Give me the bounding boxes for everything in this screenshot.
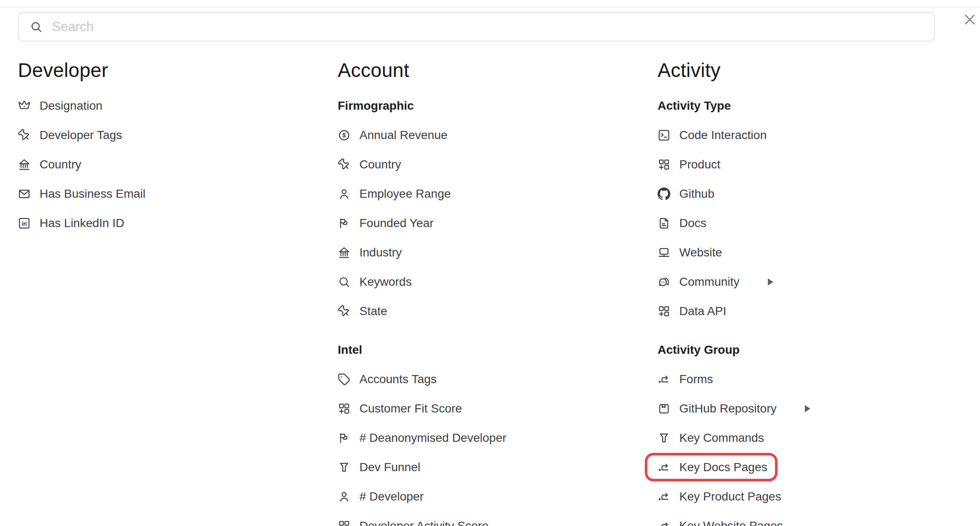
user-icon	[338, 490, 350, 503]
menu-item-label: Community	[679, 275, 740, 289]
menu-item-label: Has Business Email	[40, 187, 145, 201]
menu-item-founded-year[interactable]: Founded Year	[338, 208, 433, 238]
linkedin-icon: in	[18, 217, 31, 230]
menu-item-label: Accounts Tags	[359, 372, 437, 386]
search-icon	[338, 276, 350, 288]
column-activity: ActivityActivity TypeCode InteractionPro…	[658, 59, 962, 526]
landmark-icon	[338, 246, 350, 259]
menu-item-label: Key Product Pages	[679, 490, 781, 503]
section-heading-intel: Intel	[338, 335, 642, 364]
menu-item-data-api[interactable]: Data API	[658, 296, 726, 326]
menu-item-label: Annual Revenue	[359, 128, 447, 142]
file-text-icon	[658, 217, 670, 230]
section-intel: IntelAccounts TagsCustomer Fit Score# De…	[338, 335, 642, 526]
menu-item-label: # Developer	[359, 490, 424, 503]
menu-item-label: Dev Funnel	[359, 461, 420, 474]
flag-icon	[338, 432, 350, 444]
menu-item-label: Employee Range	[359, 187, 451, 201]
menu-item-country[interactable]: Country	[18, 150, 81, 179]
menu-item-developer[interactable]: # Developer	[338, 482, 424, 511]
funnel-icon	[338, 461, 350, 474]
menu-item-designation[interactable]: Designation	[18, 91, 103, 120]
menu-item-label: Developer Tags	[40, 128, 122, 142]
menu-item-label: Forms	[679, 372, 713, 386]
section-developer-main: DesignationDeveloper TagsCountryHas Busi…	[18, 91, 322, 238]
grid-plus-icon	[338, 520, 350, 526]
svg-text:in: in	[22, 220, 27, 227]
menu-item-github[interactable]: Github	[658, 179, 715, 208]
menu-item-label: Data API	[679, 304, 726, 318]
menu-item-label: Docs	[679, 216, 707, 230]
column-title-activity: Activity	[658, 59, 962, 91]
grid-plus-icon	[658, 158, 670, 171]
terminal-icon	[658, 129, 670, 142]
menu-item-keywords[interactable]: Keywords	[338, 267, 412, 296]
github-icon	[658, 188, 670, 200]
menu-item-has-business-email[interactable]: Has Business Email	[18, 179, 145, 208]
menu-item-key-docs-pages[interactable]: Key Docs Pages	[658, 452, 767, 482]
grid-plus-icon	[658, 305, 670, 318]
menu-item-label: Customer Fit Score	[359, 402, 462, 415]
submenu-arrow-icon	[804, 404, 811, 413]
section-firmographic: Firmographic$Annual RevenueCountryEmploy…	[338, 91, 642, 326]
menu-item-developer-activity-score[interactable]: Developer Activity Score	[338, 511, 488, 526]
pin-icon	[18, 129, 31, 142]
menu-item-label: Code Interaction	[679, 128, 766, 142]
menu-item-label: Keywords	[359, 275, 412, 289]
menu-item-label: # Deanonymised Developer	[359, 431, 507, 445]
menu-item-forms[interactable]: Forms	[658, 364, 713, 394]
pin-icon	[338, 158, 350, 171]
laptop-icon	[658, 246, 670, 259]
menu-item-accounts-tags[interactable]: Accounts Tags	[338, 364, 437, 394]
tag-icon	[338, 373, 350, 386]
menu-item-annual-revenue[interactable]: $Annual Revenue	[338, 120, 447, 150]
section-activity-type: Activity TypeCode InteractionProductGith…	[658, 91, 962, 326]
field-picker-columns: DeveloperDesignationDeveloper TagsCountr…	[0, 0, 980, 526]
section-activity-group: Activity GroupFormsGitHub RepositoryKey …	[658, 335, 962, 526]
menu-item-label: Industry	[359, 246, 402, 259]
flag-icon	[338, 217, 350, 230]
user-icon	[338, 188, 350, 200]
menu-item-key-website-pages[interactable]: Key Website Pages	[658, 511, 783, 526]
repo-box-icon	[658, 402, 670, 415]
menu-item-dev-funnel[interactable]: Dev Funnel	[338, 452, 420, 482]
section-heading-activity-group: Activity Group	[658, 335, 962, 364]
column-developer: DeveloperDesignationDeveloper TagsCountr…	[18, 59, 322, 238]
menu-item-code-interaction[interactable]: Code Interaction	[658, 120, 766, 150]
menu-item-label: Website	[679, 246, 722, 259]
menu-item-label: Key Website Pages	[679, 519, 783, 526]
menu-item-employee-range[interactable]: Employee Range	[338, 179, 451, 208]
svg-text:$: $	[342, 132, 346, 139]
flow-icon	[658, 461, 670, 474]
flow-icon	[658, 373, 670, 386]
flow-icon	[658, 520, 670, 526]
mail-icon	[18, 188, 31, 200]
menu-item-developer-tags[interactable]: Developer Tags	[18, 120, 122, 150]
menu-item-label: Has LinkedIn ID	[40, 216, 124, 230]
menu-item-key-commands[interactable]: Key Commands	[658, 423, 764, 452]
menu-item-customer-fit-score[interactable]: Customer Fit Score	[338, 394, 462, 423]
menu-item-label: Github	[679, 187, 715, 201]
column-account: AccountFirmographic$Annual RevenueCountr…	[338, 59, 642, 526]
menu-item-website[interactable]: Website	[658, 238, 722, 267]
menu-item-has-linkedin-id[interactable]: inHas LinkedIn ID	[18, 208, 124, 238]
menu-item-label: Founded Year	[359, 216, 433, 230]
crown-icon	[18, 100, 31, 112]
menu-item-github-repository[interactable]: GitHub Repository	[658, 394, 811, 423]
menu-item-key-product-pages[interactable]: Key Product Pages	[658, 482, 781, 511]
menu-item-label: Key Docs Pages	[679, 461, 767, 474]
menu-item-country[interactable]: Country	[338, 150, 401, 179]
menu-item-deanonymised-developer[interactable]: # Deanonymised Developer	[338, 423, 507, 452]
menu-item-label: Designation	[40, 99, 103, 113]
menu-item-industry[interactable]: Industry	[338, 238, 402, 267]
column-title-account: Account	[338, 59, 642, 91]
flow-icon	[658, 490, 670, 503]
funnel-icon	[658, 432, 670, 444]
menu-item-product[interactable]: Product	[658, 150, 721, 179]
menu-item-community[interactable]: Community	[658, 267, 774, 296]
menu-item-state[interactable]: State	[338, 296, 387, 326]
menu-item-docs[interactable]: Docs	[658, 208, 707, 238]
menu-item-label: GitHub Repository	[679, 402, 777, 415]
pin-icon	[338, 305, 350, 318]
grid-plus-icon	[338, 402, 350, 415]
